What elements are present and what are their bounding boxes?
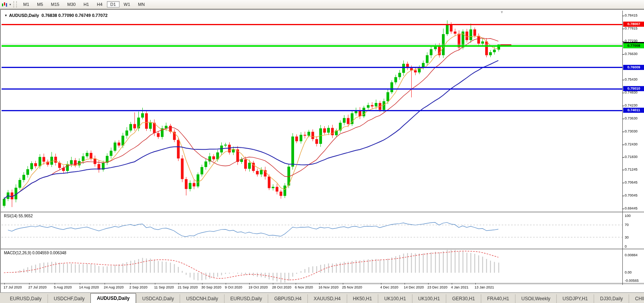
chart-tab-hk50-h1[interactable]: HK50,H1 — [347, 294, 378, 303]
chart-tab-usdjpy-h1[interactable]: USDJPY,H1 — [556, 294, 594, 303]
timeframe-button-w1[interactable]: W1 — [120, 1, 134, 7]
timeframe-button-m15[interactable]: M15 — [48, 1, 63, 7]
chart-tab-dj30-daily[interactable]: DJ30,Daily — [594, 294, 629, 303]
chart-tab-uk100-h1[interactable]: UK100,H1 — [412, 294, 446, 303]
timeframe-buttons-group: M1M5M15M30H1H4D1W1MN — [19, 1, 149, 7]
chart-tab-uk100-h1[interactable]: UK100,H1 — [378, 294, 412, 303]
chevron-down-icon: ▾ — [9, 3, 11, 6]
toolbar-grip-handle[interactable] — [13, 1, 17, 7]
timeframe-button-m5[interactable]: M5 — [33, 1, 46, 7]
main-chart-canvas[interactable] — [1, 10, 644, 302]
chart-tab-eurusd-daily[interactable]: EURUSD,Daily — [4, 294, 48, 303]
timeframe-button-mn[interactable]: MN — [134, 1, 148, 7]
chart-tab-xauusd-h4[interactable]: XAUUSD,H4 — [307, 294, 347, 303]
timeframe-toolbar: ▾ M1M5M15M30H1H4D1W1MN — [0, 0, 644, 9]
chart-tab-fra40-h1[interactable]: FRA40,H1 — [481, 294, 515, 303]
timeframe-button-h1[interactable]: H1 — [80, 1, 92, 7]
candlestick-chart-icon — [2, 2, 8, 7]
chart-tab-usdcad-daily[interactable]: USDCAD,Daily — [136, 294, 180, 303]
chart-tab-china300-h1[interactable]: CHINA300,H1 — [629, 294, 644, 303]
symbol-tab-bar: EURUSD,DailyUSDCHF,DailyAUDUSD,DailyUSDC… — [0, 292, 644, 303]
chart-tab-usdcnh-daily[interactable]: USDCNH,Daily — [180, 294, 224, 303]
timeframe-button-h4[interactable]: H4 — [93, 1, 106, 7]
chart-tab-usoil-weekly[interactable]: USOil,Weekly — [515, 294, 556, 303]
trading-platform-window: ▾ M1M5M15M30H1H4D1W1MN ▼AUDUSD,Daily 0.7… — [0, 0, 644, 303]
chart-tab-usdchf-daily[interactable]: USDCHF,Daily — [48, 294, 91, 303]
chart-type-button[interactable]: ▾ — [0, 2, 13, 7]
chart-tab-gbpusd-h4[interactable]: GBPUSD,H4 — [268, 294, 307, 303]
chart-tab-audusd-daily[interactable]: AUDUSD,Daily — [90, 293, 136, 303]
timeframe-button-m30[interactable]: M30 — [64, 1, 79, 7]
chart-tab-ger30-h1[interactable]: GER30,H1 — [446, 294, 481, 303]
chart-window: ▼AUDUSD,Daily 0.76838 0.77090 0.76749 0.… — [0, 9, 644, 292]
chart-tab-eurusd-daily[interactable]: EURUSD,Daily — [224, 294, 268, 303]
timeframe-button-m1[interactable]: M1 — [20, 1, 33, 7]
timeframe-button-d1[interactable]: D1 — [107, 1, 120, 7]
